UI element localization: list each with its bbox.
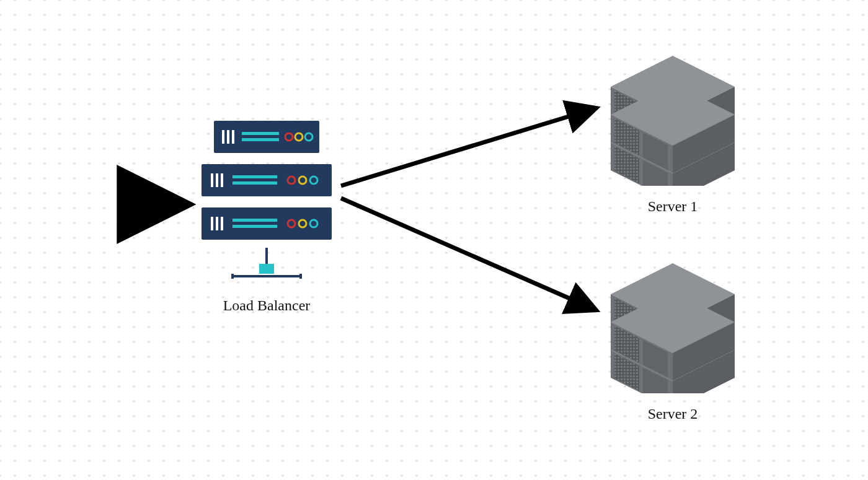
svg-rect-28 [232,225,277,228]
svg-rect-1 [259,264,274,274]
load-balancer-label: Load Balancer [205,297,329,314]
load-balancer-icon [198,118,335,291]
server1-label: Server 1 [611,198,735,215]
svg-rect-17 [221,173,223,187]
svg-rect-16 [216,173,218,187]
svg-rect-6 [222,130,224,144]
svg-rect-27 [232,219,277,222]
server2-node [598,245,747,393]
svg-rect-18 [232,175,277,178]
server1-node [598,37,747,186]
server2-label: Server 2 [611,406,735,422]
svg-rect-9 [242,132,279,135]
svg-rect-10 [242,138,279,141]
load-balancer-node [198,118,335,291]
arrow-lb-to-server1 [341,108,595,186]
svg-rect-25 [216,217,218,230]
svg-rect-8 [232,130,234,144]
arrow-lb-to-server2 [341,198,595,310]
server-stack-icon [598,37,747,186]
svg-rect-7 [227,130,229,144]
server-stack-icon [598,245,747,393]
svg-rect-26 [221,217,223,230]
svg-rect-19 [232,181,277,185]
svg-rect-24 [211,217,213,230]
svg-rect-15 [211,173,213,187]
diagram-canvas: Load Balancer [0,0,868,480]
